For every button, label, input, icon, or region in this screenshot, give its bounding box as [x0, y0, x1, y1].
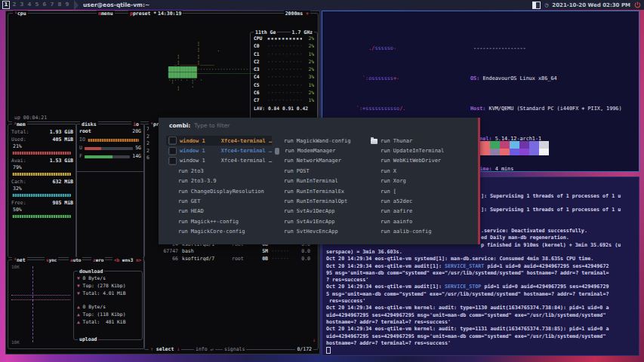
- launcher-entry[interactable]: run RunInTerminalOpt: [272, 196, 377, 206]
- launcher-entry[interactable]: run SvtAv1DecApp: [272, 207, 377, 216]
- power-button[interactable]: [634, 2, 641, 8]
- net-auto-button[interactable]: auto: [69, 257, 82, 262]
- palette-swatch: [519, 149, 529, 156]
- launcher-entry[interactable]: run Thunar: [368, 136, 473, 146]
- launcher-entry[interactable]: run Magick++-config: [166, 216, 272, 226]
- mem-section: Used: 405 MiB 21%: [11, 136, 73, 155]
- workspace-button[interactable]: 6: [41, 1, 48, 9]
- rofi-launcher[interactable]: combi:Type to filter window 1 Xfce4-term…: [159, 118, 480, 244]
- disk-io-bar: [88, 139, 139, 142]
- cpu-graph-line: '¦'`' ' ¦` ': [168, 78, 257, 84]
- preset-button[interactable]: ppreset *: [128, 11, 158, 17]
- launcher-search-input[interactable]: Type to filter: [194, 122, 230, 129]
- net-zero-button[interactable]: zero: [91, 257, 105, 262]
- launcher-entry[interactable]: run MagickWand-config: [272, 136, 377, 146]
- launcher-entry[interactable]: run X: [368, 166, 473, 176]
- mem-section: Free: 985 MiB 50%: [11, 199, 73, 218]
- launcher-entry[interactable]: run [: [368, 186, 473, 196]
- clock-icon: ◷: [544, 2, 548, 8]
- system-info-row: Host: KVM/QEMU (Standard PC (i440FX + PI…: [470, 105, 622, 112]
- launcher-entry[interactable]: run RunInTerminal: [272, 176, 377, 186]
- terminal-palette-row1: [470, 141, 549, 149]
- upload-title: upload: [78, 336, 98, 342]
- net-box-title: net: [17, 257, 26, 263]
- process-row[interactable]: 67747 bash 5M ······ 0.0: [144, 248, 318, 256]
- workspace-button[interactable]: 7: [48, 1, 56, 9]
- system-info-row: Uptime: 4 mins: [470, 165, 622, 173]
- mem-total-row: Total: 1.93 GiB: [11, 128, 73, 136]
- proc-scroll-down-icon[interactable]: ↓: [313, 337, 316, 343]
- launcher-entry[interactable]: window 1 Xfce4-terminal …: [166, 156, 272, 166]
- launcher-entry[interactable]: run SvtHevcEncApp: [272, 227, 377, 237]
- proc-selection-count: 0/172: [295, 346, 313, 352]
- menu-button[interactable]: mmenu: [97, 11, 115, 17]
- download-stat-row: ▼ Top: (278 Kibp): [74, 282, 142, 290]
- launcher-entry[interactable]: run 2to3: [166, 166, 272, 176]
- launcher-entry[interactable]: window 1 Xfce4-terminal …: [166, 146, 272, 155]
- launcher-entry[interactable]: run SvtAv1EncApp: [272, 216, 377, 226]
- cpu-graph-line: ██████████·····················: [168, 66, 257, 72]
- ascii-art-line: `:osssssss+-: [328, 75, 452, 82]
- launcher-entry[interactable]: run aalib-config: [368, 227, 473, 237]
- launcher-entry[interactable]: run POST: [272, 166, 377, 176]
- journal-log-line: Oct 20 14:29:34 eos-qtile-vm audit[1]: S…: [326, 263, 637, 270]
- disk-io-row: IO: [76, 136, 144, 144]
- entry-app-icon: [168, 147, 177, 155]
- workspace-button[interactable]: 9: [63, 1, 71, 9]
- launcher-entry[interactable]: run MagickCore-config: [166, 227, 272, 237]
- disk-free-bar: [85, 155, 130, 158]
- launcher-entry[interactable]: run a52dec: [368, 196, 473, 206]
- launcher-mode-label: combi:: [169, 122, 190, 129]
- refresh-interval[interactable]: 2000ms +: [284, 11, 310, 17]
- launcher-entry[interactable]: run NetworkManager: [272, 156, 377, 166]
- net-interface-switch[interactable]: <b ens3 n>: [112, 257, 143, 262]
- systray-window-icon[interactable]: [532, 2, 541, 9]
- net-sync-button[interactable]: sync: [45, 257, 58, 262]
- launcher-entry[interactable]: run GET: [166, 196, 272, 206]
- clock-text: 2021-10-20 Wed 02:30 PM: [552, 2, 630, 8]
- workspace-button[interactable]: 8: [56, 1, 63, 9]
- proc-signals-button[interactable]: signals: [223, 346, 246, 352]
- workspace-button[interactable]: 1: [2, 1, 10, 9]
- launcher-entry[interactable]: run aainfo: [368, 216, 473, 226]
- process-row[interactable]: 66 ksoftirqd/7 root 0B ······ 0.0: [144, 256, 318, 263]
- entry-app-icon: [168, 157, 177, 165]
- launcher-entry[interactable]: run UpdateInTerminal: [368, 146, 473, 155]
- launcher-entry[interactable]: run WebKitWebDriver: [368, 156, 473, 166]
- workspace-button[interactable]: 3: [18, 1, 26, 9]
- launcher-entry[interactable]: run Xorg: [368, 176, 473, 186]
- launcher-entry[interactable]: run RunInTerminalEx: [272, 186, 377, 196]
- cpu-graph-line: ¦ .: [168, 47, 257, 53]
- launcher-entry[interactable]: run ModemManager: [272, 146, 377, 155]
- net-graph-line-up: [11, 299, 70, 300]
- cpu-graph-line: ██████████‾‾‾‾‾‾‾‾‾‾‾‾‾‾‾‾‾‾‾‾‾: [168, 72, 257, 78]
- disk-used-bar: [85, 147, 133, 150]
- launcher-column-1: window 1 Xfce4-terminal … window 1 Xfce4…: [166, 136, 272, 237]
- io-mode-button[interactable]: io: [131, 121, 140, 127]
- launcher-column-3: run Thunar run UpdateInTerminal run WebK…: [368, 136, 473, 237]
- workspace-button[interactable]: 4: [26, 1, 33, 9]
- cpu-box-title: cpu: [17, 11, 26, 17]
- launcher-entry[interactable]: window 1 Xfce4-terminal …: [166, 136, 272, 146]
- journal-log-line: ? res=success': [326, 277, 637, 284]
- net-box: ³net sync auto zero <b ens3 n> 10K 10K d…: [8, 259, 145, 349]
- disk-row-root: root 20G: [76, 127, 144, 136]
- proc-select-button[interactable]: ↑ select ↓: [149, 346, 181, 352]
- workspace-button[interactable]: 5: [33, 1, 41, 9]
- launcher-entry[interactable]: run aafire: [368, 207, 473, 216]
- disk-free-row: F 14G: [76, 152, 144, 161]
- focused-window-title: user@eos-qtile-vm:~: [83, 2, 149, 8]
- disks-divider: [76, 171, 144, 172]
- proc-info-button[interactable]: info ↵: [194, 346, 215, 352]
- journal-log-line: Oct 20 14:29:34 eos-qtile-vm systemd[1]:…: [326, 256, 637, 262]
- journal-log-line: Oct 20 14:29:34 eos-qtile-vm kernel: aud…: [326, 326, 637, 333]
- cpu-core-row: C6 ·········· 2%: [251, 89, 317, 97]
- mem-meter-bar: [12, 194, 71, 197]
- journal-log-line: 95 msg='unit=man-db comm="systemd" exe="…: [326, 270, 637, 277]
- launcher-entry[interactable]: run 2to3-3.9: [166, 176, 272, 186]
- launcher-entry[interactable]: run HEAD: [166, 207, 272, 216]
- palette-swatch: [490, 149, 500, 156]
- workspace-button[interactable]: 2: [11, 1, 18, 9]
- cpu-core-rows: CPU ▪▪▪▪▪▪▪▪▪▪ 2% C0 ·········· 2% C1 ··…: [251, 32, 317, 105]
- launcher-entry[interactable]: run ChangeDisplayResolution: [166, 186, 272, 196]
